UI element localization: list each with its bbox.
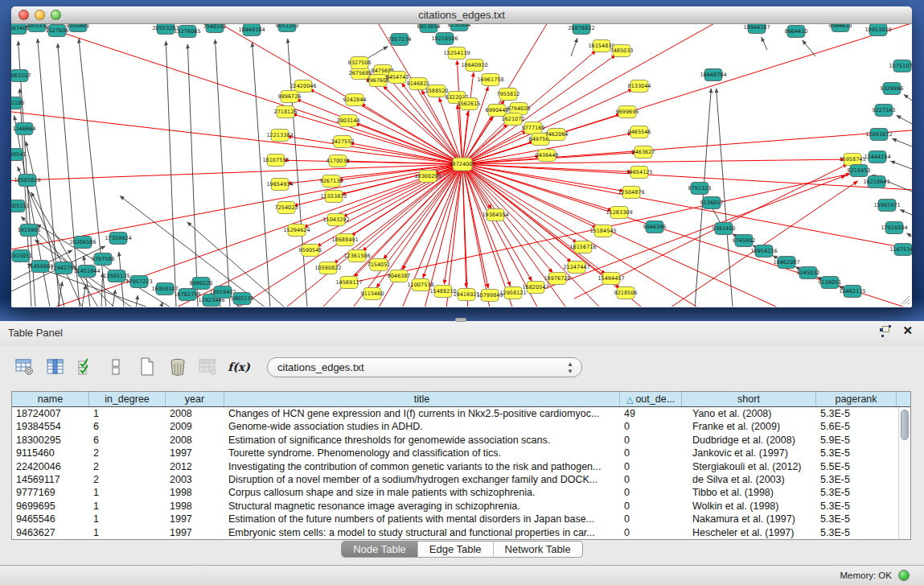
column-header-short[interactable]: short (682, 392, 816, 406)
graph-node[interactable]: 10590822 (314, 262, 341, 274)
graph-node[interactable]: 3427552 (331, 136, 355, 148)
table-settings-button[interactable] (13, 355, 37, 379)
graph-node[interactable]: 7254023 (275, 202, 298, 214)
graph-edge[interactable] (462, 164, 571, 262)
table-row[interactable]: 1938455462009Genome-wide association stu… (12, 420, 910, 433)
graph-node[interactable]: 9590541 (11, 149, 26, 161)
graph-edge[interactable] (462, 164, 577, 243)
graph-node[interactable]: 9463627 (632, 146, 655, 159)
graph-node[interactable]: 11675349 (889, 244, 912, 256)
graph-node[interactable]: 1562615 (458, 98, 481, 110)
graph-node[interactable]: 9329966 (881, 83, 904, 95)
graph-node[interactable]: 3915905 (18, 225, 41, 237)
graph-node[interactable]: 8130304 (448, 24, 471, 31)
graph-node[interactable]: 7462064 (545, 129, 569, 141)
table-row[interactable]: 1872400712008Changes of HCN gene express… (12, 407, 910, 420)
graph-node[interactable]: 17359924 (105, 233, 131, 245)
graph-node[interactable]: 7955812 (497, 89, 520, 101)
graph-node[interactable]: 2436448 (536, 150, 559, 162)
new-file-button[interactable] (135, 355, 159, 379)
tab-edge-table[interactable]: Edge Table (418, 542, 494, 557)
graph-node[interactable]: 11553872 (320, 191, 347, 203)
graph-node[interactable]: 17016504 (881, 222, 907, 234)
graph-node[interactable]: 14654125 (626, 167, 652, 179)
table-row[interactable]: 1830029562008Estimation of significance … (12, 434, 910, 447)
delete-button[interactable] (166, 355, 190, 379)
graph-node[interactable]: 4170030 (326, 155, 350, 167)
graph-edge[interactable] (84, 256, 90, 307)
network-window[interactable]: citations_edges.txt 18724007224200469896… (11, 6, 912, 307)
graph-edge[interactable] (462, 24, 590, 164)
graph-edge[interactable] (900, 210, 912, 215)
graph-node[interactable]: 19218506 (431, 33, 458, 45)
column-header-in_degree[interactable]: in_degree (89, 392, 166, 406)
graph-node[interactable]: 9245032 (797, 267, 820, 279)
graph-node[interactable]: 9594618 (829, 24, 852, 32)
graph-node[interactable]: 9227343 (873, 105, 896, 117)
table-row[interactable]: 946362711997Embryonic stem cells: a mode… (12, 526, 910, 539)
graph-node[interactable]: 11283309 (606, 207, 632, 219)
graph-node[interactable]: 9051353 (276, 24, 299, 32)
graph-node[interactable]: 9218506 (614, 287, 638, 299)
graph-edge[interactable] (897, 115, 912, 124)
graph-edge[interactable] (161, 303, 162, 307)
graph-node[interactable]: 1915051 (11, 250, 32, 262)
graph-node[interactable]: 14569117 (335, 277, 362, 289)
graph-edge[interactable] (136, 295, 138, 307)
graph-node[interactable]: 16648784 (700, 69, 726, 81)
graph-node[interactable]: 2063107 (11, 70, 31, 82)
graph-node[interactable]: 9115460 (361, 288, 384, 300)
memory-ok-icon[interactable] (898, 570, 910, 581)
graph-node[interactable]: 18505819 (14, 175, 40, 187)
graph-node[interactable]: 9797588 (92, 253, 115, 266)
graph-node[interactable]: 19384554 (482, 209, 508, 221)
column-header-title[interactable]: title (224, 392, 620, 406)
graph-edge[interactable] (907, 233, 912, 237)
select-all-apply-button[interactable] (74, 355, 98, 379)
graph-node[interactable]: 9391450 (713, 223, 736, 235)
graph-edge[interactable] (11, 164, 462, 185)
graph-node[interactable]: 15751074 (889, 60, 912, 72)
zoom-window-button[interactable] (51, 10, 61, 20)
graph-node[interactable]: 1621072 (502, 113, 525, 126)
graph-node[interactable]: 8133044 (628, 80, 651, 93)
graph-node[interactable]: 19944187 (743, 24, 770, 34)
graph-node[interactable]: 18948184 (238, 24, 265, 36)
graph-node[interactable]: 1146664 (13, 123, 36, 135)
graph-edge[interactable] (220, 306, 221, 307)
close-panel-icon[interactable]: ✕ (902, 325, 913, 336)
graph-edge[interactable] (288, 39, 307, 307)
panel-drag-handle[interactable] (455, 318, 466, 322)
table-row[interactable]: 969969511998Structural magnetic resonanc… (12, 500, 910, 513)
graph-node[interactable]: 1527606 (46, 25, 69, 37)
graph-node[interactable]: 7485033 (610, 45, 634, 57)
minimize-window-button[interactable] (35, 10, 45, 20)
graph-node[interactable]: 16210643 (863, 176, 889, 188)
table-row[interactable]: 946554611997Estimation of the future num… (12, 513, 910, 525)
graph-node[interactable]: 9267130 (320, 175, 343, 187)
graph-node[interactable]: 18107555 (262, 154, 289, 167)
table-row[interactable]: 2242004622012Investigating the contribut… (12, 460, 910, 473)
graph-node[interactable]: 9777169 (522, 122, 545, 134)
table-row[interactable]: 1456911722003Disruption of a novel membe… (12, 473, 910, 486)
graph-node[interactable]: 8813054 (417, 24, 441, 33)
close-window-button[interactable] (18, 10, 29, 20)
graph-node[interactable]: 12361586 (343, 250, 370, 262)
graph-node[interactable]: 15958745 (839, 154, 865, 166)
graph-node[interactable]: 13605151 (11, 200, 30, 212)
graph-node[interactable]: 9355481 (67, 24, 90, 32)
graph-edge[interactable] (762, 37, 767, 50)
graph-edge[interactable] (892, 138, 912, 146)
graph-node[interactable]: 9046387 (388, 270, 411, 282)
column-header-pagerank[interactable]: pagerank (816, 392, 897, 406)
graph-node[interactable]: 12504876 (618, 187, 644, 199)
graph-node[interactable]: 12093872 (865, 129, 892, 141)
graph-node[interactable]: 12444154 (864, 151, 890, 163)
attribute-table[interactable]: namein_degreeyeartitle△out_de...shortpag… (11, 391, 911, 540)
graph-node[interactable]: 2803144 (337, 115, 360, 127)
graph-node[interactable]: 9136057 (700, 197, 724, 209)
resize-grip-icon[interactable] (899, 294, 910, 305)
graph-edge[interactable] (462, 164, 659, 307)
function-builder-button[interactable]: f(x) (227, 355, 251, 379)
tab-network-table[interactable]: Network Table (494, 542, 582, 557)
